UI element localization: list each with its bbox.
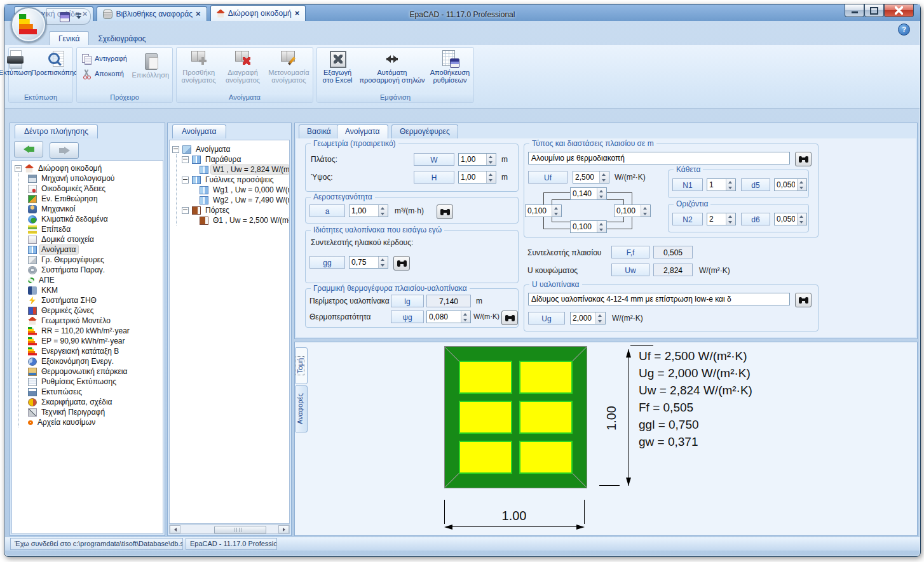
tree-item-glass-facades[interactable]: Γυάλινες προσόψεις: [182, 175, 289, 185]
tree-item-elements[interactable]: Δομικά στοιχεία: [28, 234, 163, 244]
autofit-columns-button[interactable]: Αυτόματη προσαρμογή στηλών: [357, 49, 427, 84]
form-tab-thermal-bridges[interactable]: Θερμογέφυρες: [391, 124, 458, 138]
spin-up[interactable]: [596, 312, 605, 318]
tree-item-print-settings[interactable]: Ρυθμίσεις Εκτύπωσης: [28, 377, 163, 387]
d6-spinner[interactable]: [774, 213, 807, 225]
spin-buttons[interactable]: [597, 221, 606, 232]
tree-item-th1[interactable]: Θ1 , Uw = 2,500 W/(m²·K): [182, 215, 289, 225]
tree-item-doors[interactable]: Πόρτες: [182, 205, 289, 215]
collapse-icon[interactable]: [182, 207, 189, 214]
form-tab-openings[interactable]: Ανοίγματα: [337, 124, 388, 138]
export-excel-button[interactable]: Εξαγωγή στο Excel: [318, 49, 357, 84]
uf-spinner[interactable]: [573, 171, 609, 184]
tree-item-thermal-zones[interactable]: Θερμικές ζώνες: [28, 305, 163, 316]
frame-dim-right-input[interactable]: [615, 205, 641, 217]
forward-button[interactable]: [50, 142, 79, 159]
height-input[interactable]: [459, 171, 486, 183]
spin-down[interactable]: [487, 159, 496, 165]
app-menu-button[interactable]: [11, 7, 46, 43]
print-button[interactable]: Εκτύπωση: [0, 49, 31, 76]
conductance-spinner[interactable]: [426, 311, 471, 323]
add-opening-button[interactable]: Προσθήκη ανοίγματος: [177, 49, 221, 84]
openings-panel-tab[interactable]: Ανοίγματα: [172, 124, 226, 138]
minimize-button[interactable]: [845, 4, 864, 17]
n2-spinner[interactable]: [707, 213, 736, 225]
ug-spinner[interactable]: [570, 312, 606, 324]
spin-down[interactable]: [798, 185, 806, 191]
spin-buttons[interactable]: [486, 171, 496, 183]
tree-item-ep-value[interactable]: EP = 90,90 kWh/m²·year: [28, 336, 163, 346]
spin-up[interactable]: [487, 171, 496, 177]
airtightness-input[interactable]: [350, 205, 378, 217]
copy-button[interactable]: Αντιγραφή: [79, 53, 129, 64]
spin-up[interactable]: [379, 205, 388, 211]
ribbon-tab-general[interactable]: Γενικά: [49, 31, 89, 46]
tree-item-w1[interactable]: W1 , Uw = 2,824 W/(m²·K): [182, 164, 289, 175]
spin-down[interactable]: [552, 211, 561, 217]
solar-gain-input[interactable]: [350, 257, 378, 268]
collapse-icon[interactable]: [15, 165, 22, 172]
spin-up[interactable]: [597, 221, 606, 227]
rename-opening-button[interactable]: Μετονομασία ανοίγματος: [265, 49, 313, 84]
spin-down[interactable]: [726, 219, 735, 225]
airtightness-spinner[interactable]: [349, 204, 388, 217]
tree-item-insulation-adequacy[interactable]: Θερμομονωτική επάρκεια: [28, 366, 163, 377]
d6-input[interactable]: [775, 213, 797, 225]
spin-buttons[interactable]: [797, 213, 806, 225]
spin-down[interactable]: [379, 211, 388, 217]
spin-buttons[interactable]: [641, 205, 650, 217]
scrollbar-thumb[interactable]: [214, 526, 266, 534]
spin-down[interactable]: [798, 219, 806, 225]
spin-up[interactable]: [641, 205, 650, 211]
frame-dim-bottom-input[interactable]: [571, 221, 597, 232]
spin-buttons[interactable]: [726, 213, 735, 225]
tree-item-thermal-bridges[interactable]: Γρ. Θερμογέφυρες: [28, 255, 163, 265]
spin-down[interactable]: [726, 185, 735, 191]
tree-item-tech-description[interactable]: Τεχνική Περιγραφή: [28, 407, 163, 417]
save-settings-button[interactable]: Αποθήκευση ρυθμίσεων: [427, 49, 473, 84]
help-button[interactable]: ?: [898, 23, 910, 36]
spin-up[interactable]: [726, 213, 735, 219]
delete-opening-button[interactable]: Διαγραφή ανοίγματος: [221, 49, 264, 84]
form-tab-basic[interactable]: Βασικά: [299, 124, 339, 138]
tree-item-geometric-model[interactable]: Γεωμετρικό Μοντέλο: [28, 316, 163, 326]
tree-item-printouts[interactable]: Εκτυπώσεις: [28, 387, 163, 397]
spin-buttons[interactable]: [486, 154, 496, 165]
frame-dim-left-input[interactable]: [526, 205, 552, 217]
uf-input[interactable]: [573, 171, 599, 183]
print-preview-button[interactable]: Προεπισκόπηση: [31, 49, 82, 76]
search-glazing-type-button[interactable]: [795, 293, 812, 307]
navigation-panel-tab[interactable]: Δέντρο πλοήγησης: [15, 124, 98, 138]
tree-item-openings[interactable]: Ανοίγματα: [28, 244, 163, 255]
spin-buttons[interactable]: [797, 179, 806, 191]
spin-buttons[interactable]: [597, 188, 606, 199]
search-airtightness-button[interactable]: [437, 204, 453, 219]
d5-spinner[interactable]: [774, 178, 807, 191]
frame-dim-top-spinner[interactable]: [570, 187, 607, 200]
frame-dim-left-spinner[interactable]: [525, 204, 562, 217]
spin-down[interactable]: [597, 194, 606, 199]
n1-spinner[interactable]: [707, 178, 736, 191]
tree-item-calc-engine[interactable]: Μηχανή υπολογισμού: [28, 173, 163, 184]
spin-up[interactable]: [726, 179, 735, 185]
tree-item-renewables[interactable]: ΑΠΕ: [28, 275, 163, 285]
collapse-icon[interactable]: [172, 146, 179, 153]
horizontal-scrollbar[interactable]: [169, 525, 290, 534]
spin-buttons[interactable]: [461, 311, 470, 323]
tree-item-ahu[interactable]: ΚΚΜ: [28, 285, 163, 295]
tree-item-building-root[interactable]: Διώροφη οικοδομή: [15, 163, 163, 173]
spin-buttons[interactable]: [599, 171, 609, 183]
spin-up[interactable]: [487, 154, 496, 159]
search-frame-type-button[interactable]: [795, 152, 812, 166]
width-input[interactable]: [459, 154, 486, 165]
maximize-button[interactable]: [864, 4, 884, 17]
width-spinner[interactable]: [458, 153, 496, 166]
save-button[interactable]: [56, 10, 72, 23]
tree-item-energy-savings[interactable]: Εξοικονόμηση Ενεργ.: [28, 356, 163, 366]
collapse-icon[interactable]: [182, 177, 189, 184]
tree-item-chp[interactable]: Συστήματα ΣΗΘ: [28, 295, 163, 305]
spin-up[interactable]: [379, 257, 388, 262]
frame-dim-right-spinner[interactable]: [614, 204, 651, 217]
tree-item-openings-root[interactable]: Ανοίγματα: [172, 144, 289, 154]
tree-item-inspection[interactable]: Εν. Επιθεώρηση: [28, 194, 163, 204]
